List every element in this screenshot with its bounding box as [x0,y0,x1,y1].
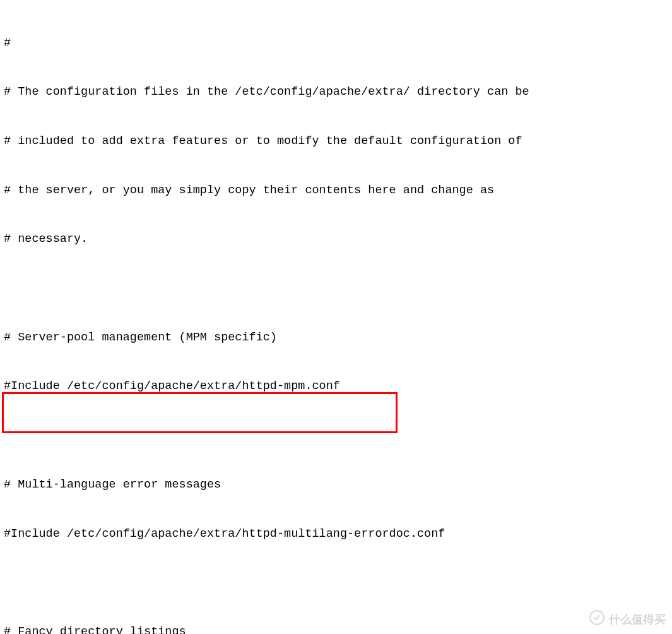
config-line: # Server-pool management (MPM specific) [4,330,668,346]
config-line: #Include /etc/config/apache/extra/httpd-… [4,526,668,542]
config-line [4,428,668,444]
config-line: # [4,35,668,52]
config-line: # necessary. [4,231,668,248]
config-line: #Include /etc/config/apache/extra/httpd-… [4,378,668,395]
svg-point-0 [590,611,604,625]
config-line [4,575,668,591]
config-line: # Multi-language error messages [4,477,668,493]
config-line: # The configuration files in the /etc/co… [4,84,668,100]
config-line: # Fancy directory listings [4,624,668,634]
config-line: # the server, or you may simply copy the… [4,182,668,199]
config-file-content[interactable]: # # The configuration files in the /etc/… [4,3,668,634]
watermark: 什么值得买 [589,609,666,630]
config-line: # included to add extra features or to m… [4,133,668,150]
watermark-icon [589,609,605,630]
watermark-text: 什么值得买 [609,612,666,628]
config-line [4,280,668,297]
